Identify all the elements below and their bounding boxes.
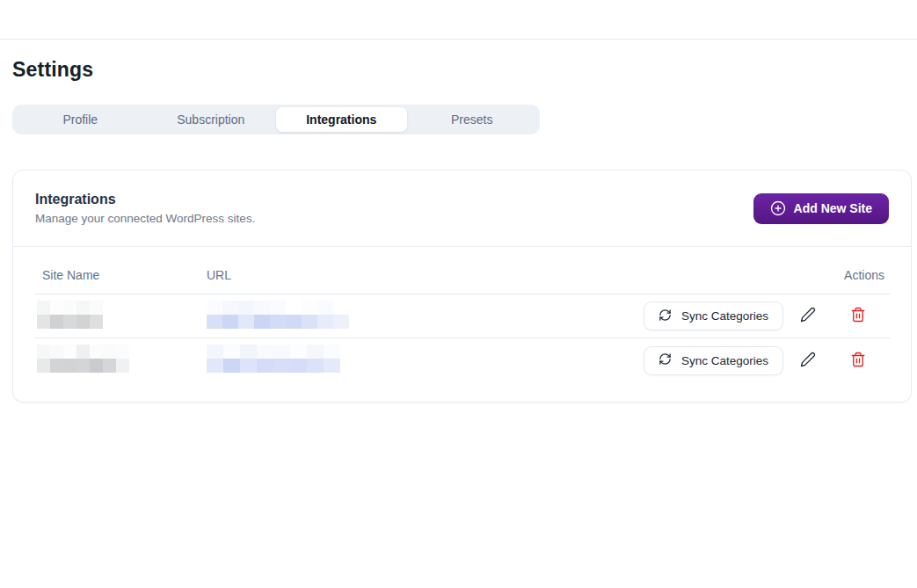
- trash-icon: [850, 307, 866, 325]
- pencil-icon: [800, 352, 816, 370]
- sync-categories-button[interactable]: Sync Categories: [644, 301, 783, 330]
- edit-site-button[interactable]: [792, 345, 824, 376]
- tab-subscription[interactable]: Subscription: [146, 107, 277, 132]
- settings-tabs: Profile Subscription Integrations Preset…: [12, 105, 540, 134]
- redacted-site-name-mosaic: [37, 345, 129, 373]
- integrations-card: Integrations Manage your connected WordP…: [12, 170, 912, 403]
- site-name-redacted: [34, 345, 207, 376]
- settings-page: Settings Profile Subscription Integratio…: [0, 58, 917, 403]
- top-navigation-bar: [0, 0, 917, 40]
- tab-profile[interactable]: Profile: [15, 107, 146, 132]
- add-new-site-button[interactable]: Add New Site: [753, 193, 889, 224]
- edit-site-button[interactable]: [792, 301, 824, 332]
- add-new-site-label: Add New Site: [794, 201, 872, 215]
- row-actions: Sync Categories: [626, 345, 890, 376]
- redacted-site-name-mosaic: [37, 301, 103, 329]
- card-subtitle: Manage your connected WordPress sites.: [35, 212, 255, 225]
- card-title: Integrations: [35, 192, 255, 207]
- integrations-card-heading: Integrations Manage your connected WordP…: [35, 192, 255, 225]
- sync-icon: [659, 309, 672, 324]
- column-header-site-name: Site Name: [34, 268, 207, 282]
- pencil-icon: [800, 307, 816, 325]
- sites-table-header: Site Name URL Actions: [34, 256, 890, 294]
- column-header-actions: Actions: [626, 268, 890, 282]
- table-row: Sync Categories: [34, 294, 890, 338]
- redacted-site-url-mosaic[interactable]: [207, 345, 340, 373]
- row-actions: Sync Categories: [626, 301, 890, 332]
- integrations-card-header: Integrations Manage your connected WordP…: [13, 171, 911, 247]
- site-url-redacted[interactable]: [207, 301, 626, 332]
- redacted-site-url-mosaic[interactable]: [207, 301, 349, 329]
- sites-table: Site Name URL Actions: [13, 247, 911, 402]
- trash-icon: [850, 352, 866, 370]
- page-title: Settings: [12, 58, 912, 82]
- delete-site-button[interactable]: [842, 301, 874, 332]
- tab-integrations[interactable]: Integrations: [276, 107, 407, 132]
- delete-site-button[interactable]: [842, 345, 874, 376]
- plus-circle-icon: [770, 200, 786, 216]
- sync-categories-button[interactable]: Sync Categories: [644, 346, 783, 375]
- sync-categories-label: Sync Categories: [681, 354, 768, 367]
- column-header-url: URL: [207, 268, 626, 282]
- sync-icon: [659, 352, 672, 368]
- table-row: Sync Categories: [34, 338, 890, 382]
- site-url-redacted[interactable]: [207, 345, 626, 376]
- sync-categories-label: Sync Categories: [681, 309, 768, 323]
- site-name-redacted: [34, 301, 207, 332]
- tab-presets[interactable]: Presets: [407, 107, 538, 132]
